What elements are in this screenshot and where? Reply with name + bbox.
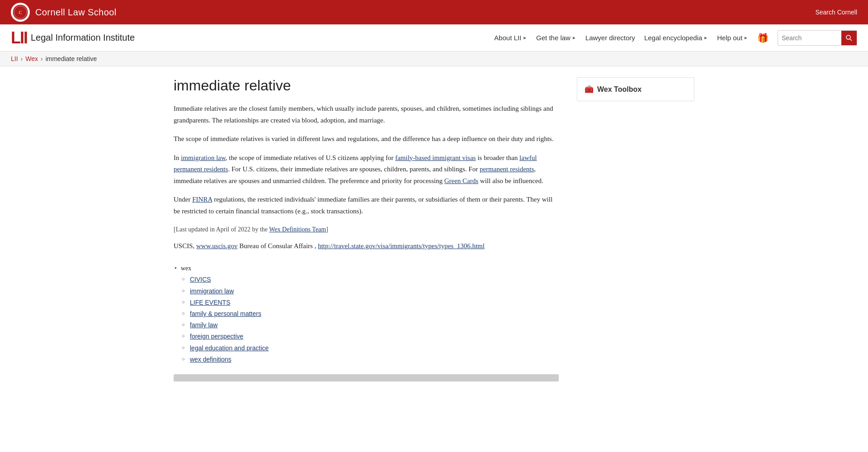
tag-link-immigration-law[interactable]: immigration law: [190, 287, 234, 295]
tag-link-family-law[interactable]: family law: [190, 321, 217, 329]
wex-toolbox: 🧰 Wex Toolbox: [577, 77, 694, 101]
search-input[interactable]: [778, 34, 841, 42]
permanent-residents-link[interactable]: permanent residents: [480, 165, 534, 173]
sources-prefix: USCIS,: [174, 242, 196, 250]
nav-about-lii[interactable]: About LII ►: [494, 34, 527, 42]
tag-sublist: CIVICS immigration law LIFE EVENTS famil…: [181, 274, 559, 365]
cornell-title: Cornell Law School: [35, 7, 117, 18]
cornell-logo-group: C Cornell Law School: [11, 3, 117, 22]
sources-line: USCIS, www.uscis.gov Bureau of Consular …: [174, 240, 559, 252]
tag-item-wex-definitions: wex definitions: [190, 354, 559, 365]
gift-icon[interactable]: 🎁: [757, 33, 769, 43]
lii-logo[interactable]: LII Legal Information Institute: [11, 30, 135, 46]
breadcrumb-sep-2: ›: [41, 55, 43, 62]
tag-parent-list: wex CIVICS immigration law LIFE EVENTS f…: [174, 263, 559, 365]
breadcrumb-sep-1: ›: [21, 55, 23, 62]
cornell-bar: C Cornell Law School Search Cornell: [0, 0, 868, 24]
tag-item-foreign-perspective: foreign perspective: [190, 331, 559, 342]
immigration-law-link[interactable]: immigration law: [181, 154, 226, 161]
tags-section: wex CIVICS immigration law LIFE EVENTS f…: [174, 263, 559, 365]
para3-suffix: will also be influenced.: [478, 177, 543, 184]
tag-parent-wex: wex CIVICS immigration law LIFE EVENTS f…: [181, 263, 559, 365]
tag-link-legal-education[interactable]: legal education and practice: [190, 344, 269, 352]
finra-link[interactable]: FINRA: [192, 196, 212, 203]
para4-suffix: regulations, the restricted individuals'…: [174, 196, 552, 215]
para4-prefix: Under: [174, 196, 192, 203]
breadcrumb-wex[interactable]: Wex: [25, 55, 38, 62]
tag-item-immigration-law: immigration law: [190, 286, 559, 297]
page-title: immediate relative: [174, 77, 559, 94]
green-cards-link[interactable]: Green Cards: [444, 177, 478, 184]
breadcrumb-lii[interactable]: LII: [11, 55, 18, 62]
nav-lawyer-directory[interactable]: Lawyer directory: [585, 34, 635, 42]
wex-toolbox-title: 🧰 Wex Toolbox: [585, 85, 687, 94]
paragraph-2: The scope of immediate relatives is vari…: [174, 133, 559, 145]
breadcrumb: LII › Wex › immediate relative: [0, 52, 868, 66]
tag-parent-label: wex: [181, 265, 191, 272]
wex-definitions-team-link[interactable]: Wex Definitions Team: [269, 226, 326, 233]
paragraph-4: Under FINRA regulations, the restricted …: [174, 194, 559, 217]
svg-point-3: [846, 35, 850, 39]
tag-link-wex-definitions[interactable]: wex definitions: [190, 356, 231, 363]
tag-item-civics: CIVICS: [190, 274, 559, 285]
travel-state-link[interactable]: http://travel.state.gov/visa/immigrants/…: [318, 242, 485, 250]
search-button[interactable]: [841, 30, 857, 46]
lii-logo-bracket: LII: [11, 30, 27, 46]
tag-link-life-events[interactable]: LIFE EVENTS: [190, 299, 230, 306]
cornell-seal: C: [11, 3, 30, 22]
gray-divider-bar: [174, 374, 559, 381]
svg-text:C: C: [19, 10, 22, 15]
uscis-link[interactable]: www.uscis.gov: [196, 242, 238, 250]
search-icon: [846, 35, 852, 41]
tag-link-foreign-perspective[interactable]: foreign perspective: [190, 333, 243, 340]
tag-link-family-personal[interactable]: family & personal matters: [190, 310, 261, 317]
legal-encyclopedia-arrow: ►: [703, 35, 708, 40]
para3-mid2: is broader than: [476, 154, 519, 161]
sources-mid: Bureau of Consular Affairs ,: [238, 242, 318, 250]
updated-close: ]: [326, 226, 328, 233]
family-based-visas-link[interactable]: family-based immigrant visas: [395, 154, 476, 161]
nav-get-the-law[interactable]: Get the law ►: [536, 34, 576, 42]
sidebar: 🧰 Wex Toolbox: [577, 77, 694, 381]
main-layout: immediate relative Immediate relatives a…: [163, 66, 705, 392]
nav-help-out[interactable]: Help out ►: [717, 34, 748, 42]
tag-link-civics[interactable]: CIVICS: [190, 276, 211, 283]
svg-line-4: [850, 39, 852, 41]
search-box: [778, 30, 857, 46]
tag-item-family-personal: family & personal matters: [190, 308, 559, 320]
toolbox-icon: 🧰: [585, 85, 594, 94]
para3-prefix: In: [174, 154, 181, 161]
updated-note: [Last updated in April of 2022 by the We…: [174, 224, 559, 235]
tag-item-legal-education: legal education and practice: [190, 343, 559, 354]
breadcrumb-current: immediate relative: [46, 55, 97, 62]
about-lii-arrow: ►: [523, 35, 527, 40]
para3-mid1: , the scope of immediate relatives of U.…: [226, 154, 395, 161]
tag-item-life-events: LIFE EVENTS: [190, 297, 559, 308]
get-the-law-arrow: ►: [572, 35, 576, 40]
paragraph-1: Immediate relatives are the closest fami…: [174, 103, 559, 126]
tag-item-family-law: family law: [190, 320, 559, 331]
main-content: immediate relative Immediate relatives a…: [174, 77, 559, 381]
help-out-arrow: ►: [744, 35, 748, 40]
nav-legal-encyclopedia[interactable]: Legal encyclopedia ►: [644, 34, 708, 42]
para3-mid3: . For U.S. citizens, their immediate rel…: [228, 165, 480, 173]
lii-nav-links: About LII ► Get the law ► Lawyer directo…: [494, 30, 857, 46]
paragraph-3: In immigration law, the scope of immedia…: [174, 152, 559, 187]
lii-logo-text: Legal Information Institute: [31, 33, 135, 43]
toolbox-label: Wex Toolbox: [597, 85, 642, 94]
updated-prefix: [Last updated in April of 2022 by the: [174, 226, 269, 233]
cornell-search-link[interactable]: Search Cornell: [815, 9, 857, 16]
lii-navbar: LII Legal Information Institute About LI…: [0, 24, 868, 52]
